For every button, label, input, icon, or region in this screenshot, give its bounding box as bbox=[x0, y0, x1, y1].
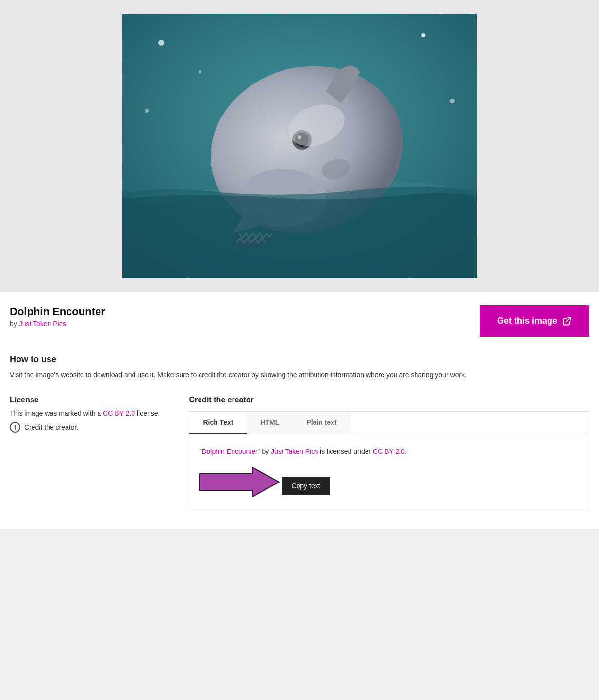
arrow-container: Copy text bbox=[199, 465, 579, 499]
title-block: Dolphin Encounter by Just Taken Pics bbox=[10, 305, 105, 328]
credit-creator-heading: Credit the creator bbox=[189, 396, 589, 404]
copy-text-button[interactable]: Copy text bbox=[282, 477, 330, 495]
author-link[interactable]: Just Taken Pics bbox=[19, 320, 66, 328]
how-to-use-section: How to use Visit the image's website to … bbox=[10, 354, 589, 380]
content-title-link[interactable]: Dolphin Encounter bbox=[201, 448, 257, 455]
image-section bbox=[0, 0, 599, 292]
svg-point-9 bbox=[145, 109, 149, 113]
tab-plain-text[interactable]: Plain text bbox=[293, 412, 350, 434]
arrow-icon bbox=[199, 465, 282, 499]
dolphin-image bbox=[122, 14, 477, 278]
by-prefix: by bbox=[10, 320, 17, 328]
content-author-link[interactable]: Just Taken Pics bbox=[271, 448, 318, 455]
tabs-header: Rich Text HTML Plain text bbox=[189, 412, 589, 434]
credit-creator-section: Credit the creator Rich Text HTML Plain … bbox=[189, 396, 589, 509]
license-text-before: This image was marked with a bbox=[10, 409, 101, 417]
svg-point-5 bbox=[158, 40, 164, 46]
tab-html[interactable]: HTML bbox=[247, 412, 293, 434]
license-section: License This image was marked with a CC … bbox=[10, 396, 160, 433]
content-license-link[interactable]: CC BY 2.0 bbox=[373, 448, 405, 455]
tabs-container: Rich Text HTML Plain text "Dolphin Encou… bbox=[189, 411, 589, 509]
credit-note: Credit the creator. bbox=[24, 423, 78, 431]
get-image-button[interactable]: Get this image bbox=[480, 305, 589, 337]
external-link-icon bbox=[562, 317, 572, 326]
info-icon: i bbox=[10, 422, 20, 433]
author-line: by Just Taken Pics bbox=[10, 320, 105, 328]
license-heading: License bbox=[10, 396, 160, 404]
period: . bbox=[405, 448, 407, 455]
license-link[interactable]: CC BY 2.0 bbox=[103, 409, 135, 417]
by-text: " by bbox=[258, 448, 271, 455]
middle-text: is licensed under bbox=[318, 448, 373, 455]
how-to-use-description: Visit the image's website to download an… bbox=[10, 369, 589, 380]
title-row: Dolphin Encounter by Just Taken Pics Get… bbox=[10, 305, 589, 337]
how-to-use-heading: How to use bbox=[10, 354, 589, 365]
tab-content-rich-text: "Dolphin Encounter" by Just Taken Pics i… bbox=[189, 434, 589, 508]
svg-point-6 bbox=[421, 33, 425, 37]
tab-rich-text[interactable]: Rich Text bbox=[189, 412, 247, 434]
license-text-after: license: bbox=[137, 409, 160, 417]
svg-point-7 bbox=[199, 70, 201, 73]
image-title: Dolphin Encounter bbox=[10, 305, 105, 318]
license-description: This image was marked with a CC BY 2.0 l… bbox=[10, 409, 160, 417]
main-content: Dolphin Encounter by Just Taken Pics Get… bbox=[0, 292, 599, 529]
svg-marker-18 bbox=[199, 467, 279, 497]
svg-line-17 bbox=[566, 317, 570, 322]
bottom-section: License This image was marked with a CC … bbox=[10, 396, 589, 509]
credit-info: i Credit the creator. bbox=[10, 422, 160, 433]
get-image-label: Get this image bbox=[497, 316, 557, 326]
svg-point-8 bbox=[450, 99, 455, 103]
